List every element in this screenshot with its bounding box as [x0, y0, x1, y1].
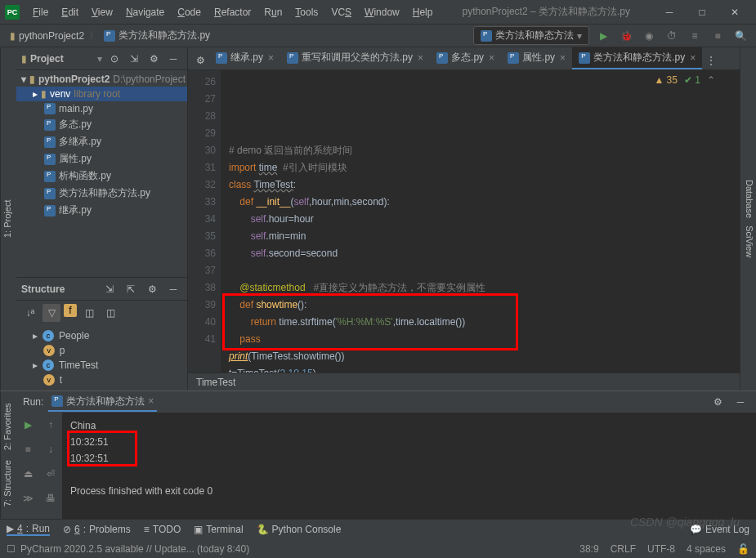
stop-run-icon[interactable]: ■: [19, 440, 37, 458]
cursor-position[interactable]: 38:9: [579, 543, 598, 555]
breadcrumb-project[interactable]: ▮pythonProject2: [7, 30, 87, 42]
sort-icon[interactable]: ↓ª: [21, 304, 39, 322]
editor-tab[interactable]: 属性.py×: [501, 47, 572, 69]
rerun-icon[interactable]: ▶: [19, 416, 37, 434]
filter-v-icon[interactable]: ▽: [42, 304, 60, 322]
code-content[interactable]: ▲ 35 ✔ 1 ⌃ # demo 返回当前的系统时间import time #…: [221, 70, 740, 373]
expand-all-icon[interactable]: ⇲: [125, 50, 143, 68]
search-everywhere-button[interactable]: 🔍: [731, 27, 749, 45]
editor-body[interactable]: 26272829303132333435363738394041 ▲ 35 ✔ …: [188, 70, 740, 373]
file-item[interactable]: 类方法和静态方法.py: [16, 185, 187, 202]
down-icon[interactable]: ↓: [42, 440, 60, 458]
structure-item[interactable]: v t: [16, 373, 187, 387]
update-message[interactable]: PyCharm 2020.2.5 available // Update... …: [20, 543, 249, 555]
project-root[interactable]: ▾ ▮ pythonProject2 D:\pythonProject: [16, 72, 187, 87]
editor-breadcrumb[interactable]: TimeTest: [188, 373, 740, 391]
bottom-tab-run[interactable]: ▶ 4: Run: [7, 523, 50, 536]
tab-settings-icon[interactable]: ⚙: [191, 51, 209, 69]
exit-icon[interactable]: ⏏: [19, 465, 37, 483]
debug-button[interactable]: 🐞: [617, 27, 635, 45]
structure-tree[interactable]: ▸ c People v p▸ c TimeTest v t: [16, 325, 187, 391]
bottom-tab-python-console[interactable]: 🐍 Python Console: [257, 524, 342, 535]
file-item[interactable]: 继承.py: [16, 202, 187, 219]
project-tool-tab[interactable]: 1: Project: [0, 47, 16, 391]
file-item[interactable]: 属性.py: [16, 150, 187, 167]
menu-navigate[interactable]: Navigate: [119, 7, 171, 18]
filter-p-icon[interactable]: ◫: [101, 304, 119, 322]
menu-help[interactable]: Help: [406, 7, 440, 18]
structure-item[interactable]: ▸ c TimeTest: [16, 358, 187, 373]
notification-icon[interactable]: ☐: [7, 543, 16, 555]
breadcrumb-file[interactable]: 类方法和静态方法.py: [101, 29, 213, 42]
lock-icon[interactable]: 🔓: [737, 543, 749, 555]
concurrency-button[interactable]: ≡: [686, 27, 704, 45]
line-separator[interactable]: CRLF: [611, 543, 636, 555]
menu-edit[interactable]: Edit: [55, 7, 85, 18]
menu-file[interactable]: File: [26, 7, 55, 18]
print-icon[interactable]: 🖶: [42, 489, 60, 507]
database-tool-tab[interactable]: Database SciView: [740, 47, 756, 391]
indent-setting[interactable]: 4 spaces: [687, 543, 726, 555]
run-panel-header: Run: 类方法和静态方法 × ⚙ ─: [0, 391, 756, 413]
project-panel-header: ▮ Project ▾ ⊙ ⇲ ⚙ ─: [16, 47, 187, 70]
stop-button[interactable]: ■: [709, 27, 727, 45]
soft-wrap-icon[interactable]: ⏎: [42, 465, 60, 483]
hide-icon[interactable]: ─: [164, 50, 182, 68]
app-logo: PC: [5, 5, 20, 20]
editor-tab[interactable]: 继承.py×: [209, 47, 280, 69]
structure-item[interactable]: v p: [16, 343, 187, 358]
profile-button[interactable]: ⏱: [663, 27, 681, 45]
run-body: ▶ ■ ⏏ ≫ ↑ ↓ ⏎ 🖶 China10:32:5110:32:51 Pr…: [16, 413, 756, 519]
status-info-bar: ☐ PyCharm 2020.2.5 available // Update..…: [0, 539, 756, 558]
run-panel-title: Run:: [23, 396, 43, 408]
run-left-gutter: ▶ ■ ⏏ ≫: [16, 413, 39, 519]
menu-code[interactable]: Code: [171, 7, 208, 18]
project-tree[interactable]: ▾ ▮ pythonProject2 D:\pythonProject ▸ ▮ …: [16, 70, 187, 277]
structure-settings-icon[interactable]: ⚙: [143, 280, 161, 298]
bottom-tab-terminal[interactable]: ▣ Terminal: [194, 524, 243, 535]
up-icon[interactable]: ↑: [42, 416, 60, 434]
menu-refactor[interactable]: Refactor: [208, 7, 257, 18]
maximize-button[interactable]: □: [686, 0, 718, 25]
bottom-tab-problems[interactable]: ⊘ 6: Problems: [63, 524, 131, 535]
close-button[interactable]: ✕: [718, 0, 751, 25]
more-tabs-icon[interactable]: ⋮: [702, 51, 720, 69]
structure-hide-icon[interactable]: ─: [164, 280, 182, 298]
file-item[interactable]: 多态.py: [16, 116, 187, 133]
editor-tab[interactable]: 重写和调用父类的方法.py×: [280, 47, 430, 69]
menu-tools[interactable]: Tools: [289, 7, 324, 18]
minimize-button[interactable]: ─: [653, 0, 686, 25]
run-hide-icon[interactable]: ─: [731, 393, 749, 411]
run-tab[interactable]: 类方法和静态方法 ×: [48, 393, 157, 412]
coverage-button[interactable]: ◉: [640, 27, 658, 45]
filter-m-icon[interactable]: ◫: [80, 304, 98, 322]
bottom-tab-todo[interactable]: ≡ TODO: [144, 524, 181, 535]
settings-icon[interactable]: ⚙: [145, 50, 163, 68]
filter-f-icon[interactable]: f: [64, 304, 77, 317]
menu-run[interactable]: Run: [257, 7, 289, 18]
run-settings-icon[interactable]: ⚙: [709, 393, 727, 411]
venv-folder[interactable]: ▸ ▮ venv library root: [16, 87, 187, 101]
editor-tab[interactable]: 多态.py×: [430, 47, 501, 69]
file-item[interactable]: 析构函数.py: [16, 167, 187, 185]
menu-vcs[interactable]: VCS: [324, 7, 358, 18]
menu-window[interactable]: Window: [358, 7, 406, 18]
run-button[interactable]: ▶: [594, 27, 612, 45]
structure-side-tab[interactable]: 7: Structure 2: Favorites: [0, 391, 16, 519]
main-area: 1: Project ▮ Project ▾ ⊙ ⇲ ⚙ ─ ▾ ▮ pytho…: [0, 47, 756, 391]
structure-item[interactable]: ▸ c People: [16, 328, 187, 343]
file-item[interactable]: 多继承.py: [16, 133, 187, 150]
title-bar: PC File Edit View Navigate Code Refactor…: [0, 0, 756, 25]
select-opened-icon[interactable]: ⊙: [105, 50, 123, 68]
editor-tab[interactable]: 类方法和静态方法.py×: [572, 47, 702, 69]
file-encoding[interactable]: UTF-8: [647, 543, 675, 555]
console-output[interactable]: China10:32:5110:32:51 Process finished w…: [62, 413, 756, 519]
project-view-dropdown[interactable]: ▾: [97, 53, 102, 65]
menu-view[interactable]: View: [85, 7, 119, 18]
run-configuration-selector[interactable]: 类方法和静态方法 ▾: [473, 26, 589, 45]
structure-expand-icon[interactable]: ⇲: [101, 280, 119, 298]
inspection-widget[interactable]: ▲ 35 ✔ 1 ⌃: [654, 72, 715, 89]
layout-icon[interactable]: ≫: [19, 489, 37, 507]
file-item[interactable]: main.py: [16, 101, 187, 116]
structure-collapse-icon[interactable]: ⇱: [122, 280, 140, 298]
